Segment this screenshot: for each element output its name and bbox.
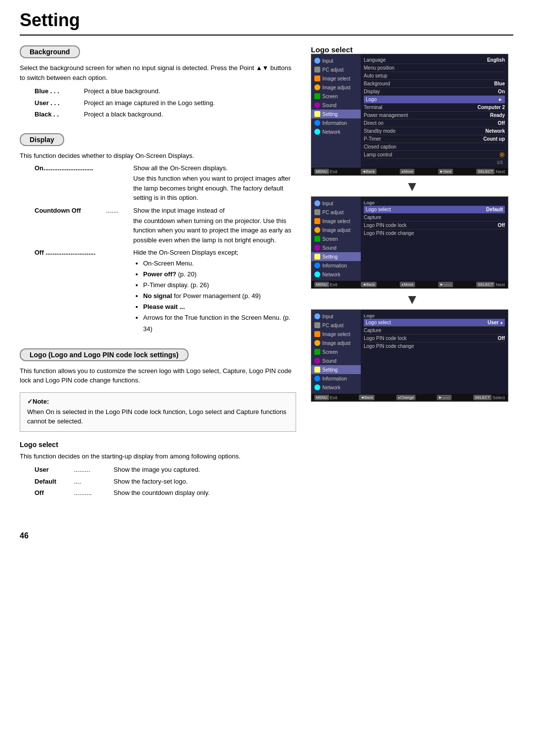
arrow-down-1: ▼	[311, 179, 513, 194]
off-label: Off ............................	[35, 249, 133, 256]
bullet-on-screen-menu: On-Screen Menu.	[143, 258, 296, 269]
sidebar2-input: Input	[311, 199, 361, 208]
osd2-row-capture: Capture	[364, 214, 505, 222]
footer3-back: ◄Back	[359, 395, 375, 400]
logo-select-subsection: Logo select This function decides on the…	[20, 441, 296, 498]
sidebar-image-adjust: Image adjust	[311, 83, 361, 92]
on-extra: Use this function when you want to proje…	[133, 175, 291, 201]
bullet-p-timer: P-Timer display. (p. 26)	[143, 280, 296, 291]
footer-back: ◄Back	[361, 169, 377, 174]
off-bullets: On-Screen Menu. Power off? (p. 20) P-Tim…	[133, 258, 296, 335]
logo-description: This function allows you to customize th…	[20, 366, 296, 385]
logo-option-off: Off .......... Show the countdown displa…	[35, 488, 296, 498]
logo-section: Logo (Logo and Logo PIN code lock settin…	[20, 348, 296, 498]
sidebar3-setting: Setting	[311, 365, 361, 374]
background-description: Select the background screen for when no…	[20, 63, 296, 82]
osd-sidebar-3: Input PC adjust Image select Image adjus…	[311, 310, 361, 394]
sidebar-network: Network	[311, 127, 361, 136]
footer3-menu-exit: MENU Exit	[314, 395, 338, 400]
sidebar3-network: Network	[311, 383, 361, 392]
right-column: Logo select Input PC adjust Image select	[311, 45, 513, 512]
countdown-dots: .......	[106, 207, 133, 214]
osd3-row-pin-lock: Logo PIN code lockOff	[364, 335, 505, 342]
note-text: When On is selected in the Logo PIN code…	[27, 407, 289, 426]
page-number: 46	[20, 531, 513, 540]
osd2-row-logo-select: Logo selectDefault	[364, 206, 505, 214]
footer2-select-next: SELECT Next	[476, 282, 505, 287]
sidebar2-pc-adjust: PC adjust	[311, 208, 361, 217]
display-description: This function decides whether to display…	[20, 151, 296, 161]
logo-option-default: Default .... Show the factory-set logo.	[35, 477, 296, 487]
sidebar3-input: Input	[311, 312, 361, 321]
background-label: Background	[20, 45, 80, 58]
logo-label: Logo (Logo and Logo PIN code lock settin…	[20, 348, 189, 361]
osd3-row-capture: Capture	[364, 327, 505, 335]
page-title: Setting	[20, 10, 513, 36]
background-option-black: Black . . Project a black background.	[35, 110, 296, 119]
osd-row-ptimer: P-TimerCount up	[364, 135, 505, 143]
background-option-user: User . . . Project an image captured in …	[35, 98, 296, 108]
display-label: Display	[20, 133, 64, 146]
option-val-black: Project a black background.	[84, 110, 296, 119]
option-key-blue: Blue . . .	[35, 86, 84, 96]
sidebar-setting: Setting	[311, 110, 361, 118]
on-label: On............................	[35, 164, 133, 172]
note-box: ✓Note: When On is selected in the Logo P…	[20, 392, 296, 432]
osd-main-3: Logo Logo selectUser ⬧ Capture Logo PIN …	[361, 310, 508, 394]
option-key-user: User . . .	[35, 98, 84, 108]
sidebar2-network: Network	[311, 270, 361, 279]
osd-row-standby: Standby modeNetwork	[364, 127, 505, 135]
sidebar2-screen: Screen	[311, 234, 361, 243]
sidebar3-pc-adjust: PC adjust	[311, 321, 361, 330]
background-option-blue: Blue . . . Project a blue background.	[35, 86, 296, 96]
bullet-power-off: Power off? (p. 20)	[143, 269, 296, 280]
sidebar3-sound: Sound	[311, 356, 361, 365]
off-desc: Hide the On-Screen Displays except;	[133, 249, 238, 256]
osd-sidebar-1: Input PC adjust Image select Image adjus…	[311, 54, 361, 168]
osd-row-display: DisplayOn	[364, 88, 505, 96]
display-section: Display This function decides whether to…	[20, 133, 296, 335]
sidebar2-image-adjust: Image adjust	[311, 226, 361, 234]
osd-section-logo-2: Logo	[364, 199, 505, 206]
osd-main-2: Logo Logo selectDefault Capture Logo PIN…	[361, 197, 508, 281]
osd3-row-pin-change: Logo PIN code change	[364, 342, 505, 350]
osd-footer-3: MENU Exit ◄Back ⬧Change ►------ SELECT S…	[311, 394, 508, 401]
logo-select-subdesc: This function decides on the starting-up…	[20, 452, 296, 461]
sidebar-input: Input	[311, 56, 361, 65]
osd2-row-pin-lock: Logo PIN code lockOff	[364, 222, 505, 229]
footer-next: ►Next	[438, 169, 453, 174]
osd-screen-1: Input PC adjust Image select Image adjus…	[311, 54, 508, 176]
footer-menu-exit: MENU Exit	[314, 169, 338, 174]
countdown-desc-first: Show the input image instead of	[133, 207, 225, 214]
logo-option-user: User ......... Show the image you captur…	[35, 465, 296, 475]
on-desc: Show all the On-Screen displays.	[133, 164, 228, 172]
option-key-black: Black . .	[35, 110, 84, 119]
osd-screen-3: Input PC adjust Image select Image adjus…	[311, 309, 508, 402]
display-on-option: On............................ Show all …	[35, 164, 296, 335]
osd3-row-logo-select: Logo selectUser ⬧	[364, 319, 505, 327]
note-title: ✓Note:	[27, 398, 49, 405]
option-val-user: Project an image captured in the Logo se…	[84, 98, 296, 108]
bullet-arrows: Arrows for the True function in the Scre…	[143, 312, 296, 334]
background-options: Blue . . . Project a blue background. Us…	[35, 86, 296, 119]
osd-row-direct-on: Direct onOff	[364, 119, 505, 127]
footer2-back: ◄Back	[361, 282, 377, 287]
sidebar-information: Information	[311, 118, 361, 127]
sidebar2-information: Information	[311, 261, 361, 270]
osd-section-logo-3: Logo	[364, 312, 505, 319]
logo-select-right-title: Logo select	[311, 45, 513, 54]
osd-page-indicator-1: 1/2	[364, 159, 505, 166]
sidebar3-image-adjust: Image adjust	[311, 339, 361, 347]
logo-select-options: User ......... Show the image you captur…	[35, 465, 296, 498]
bullet-no-signal: No signal for Power management (p. 49)	[143, 291, 296, 302]
osd-screen-2: Input PC adjust Image select Image adjus…	[311, 196, 508, 289]
sidebar-screen: Screen	[311, 92, 361, 101]
option-val-blue: Project a blue background.	[84, 86, 296, 96]
osd2-row-pin-change: Logo PIN code change	[364, 229, 505, 237]
osd-row-language: LanguageEnglish	[364, 56, 505, 64]
sidebar-sound: Sound	[311, 101, 361, 110]
sidebar2-setting: Setting	[311, 252, 361, 261]
osd-row-menu-position: Menu position	[364, 64, 505, 72]
footer2-move: ⬧Move	[400, 282, 415, 287]
sidebar3-image-select: Image select	[311, 330, 361, 339]
